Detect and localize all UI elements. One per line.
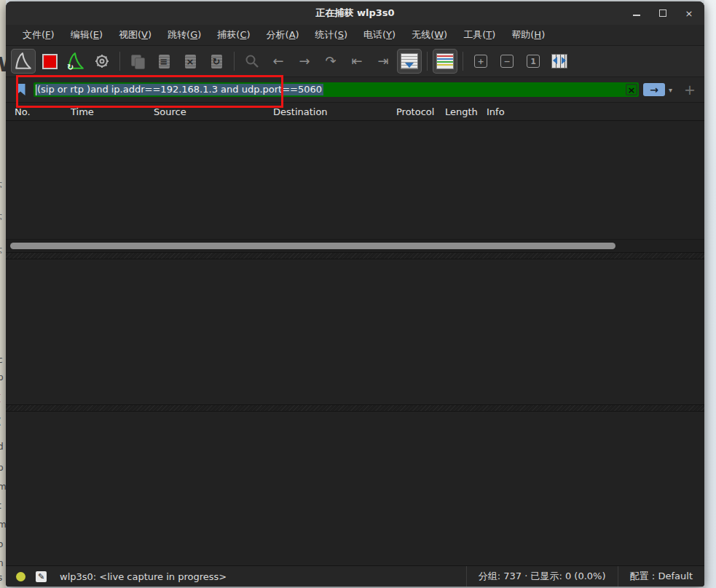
menu-e[interactable]: 编辑(E) bbox=[63, 26, 111, 44]
capture-options-gear-icon[interactable] bbox=[90, 49, 114, 74]
capture-status-text: wlp3s0: <live capture in progress> bbox=[60, 571, 466, 582]
goto-packet-icon[interactable]: ↷ bbox=[318, 49, 343, 74]
capture-comment-icon[interactable]: ✎ bbox=[36, 571, 47, 582]
close-button[interactable]: × bbox=[684, 8, 694, 18]
background-glyph: d bbox=[0, 442, 4, 452]
menu-y[interactable]: 电话(Y) bbox=[355, 26, 404, 44]
toolbar-separator bbox=[427, 52, 428, 71]
packet-details-pane[interactable] bbox=[6, 259, 704, 404]
background-glyph: o bbox=[0, 539, 3, 549]
column-header-length[interactable]: Length bbox=[442, 106, 484, 117]
column-header-no[interactable]: No. bbox=[6, 106, 68, 117]
menu-w[interactable]: 无线(W) bbox=[404, 26, 455, 44]
menu-t[interactable]: 工具(T) bbox=[455, 26, 503, 44]
add-filter-button[interactable]: + bbox=[684, 83, 696, 97]
background-glyph: ς bbox=[0, 245, 2, 254]
find-packet-icon[interactable] bbox=[240, 49, 264, 74]
next-packet-icon[interactable]: → bbox=[292, 49, 317, 74]
menu-g[interactable]: 跳转(G) bbox=[160, 26, 209, 44]
background-glyph: m bbox=[0, 520, 6, 530]
display-filter-input[interactable]: (sip or rtp )and ip.addr==192.168.1.3 an… bbox=[34, 82, 639, 97]
window-controls: × bbox=[632, 1, 694, 25]
background-glyph: ς bbox=[0, 179, 2, 189]
column-header-source[interactable]: Source bbox=[151, 106, 270, 117]
column-header-protocol[interactable]: Protocol bbox=[393, 106, 442, 117]
start-capture-icon[interactable] bbox=[11, 49, 36, 74]
desktop-background-left-strip: Wςςςcp[(dpmtmons bbox=[0, 0, 6, 588]
background-glyph: W bbox=[0, 54, 6, 76]
maximize-button[interactable] bbox=[658, 8, 668, 18]
background-glyph: p bbox=[0, 463, 4, 473]
apply-filter-button[interactable]: → bbox=[643, 83, 665, 96]
packet-bytes-pane[interactable] bbox=[6, 412, 704, 565]
background-glyph: n bbox=[0, 558, 4, 568]
reload-file-icon[interactable]: ↻ bbox=[204, 49, 229, 74]
background-glyph: t bbox=[0, 501, 1, 511]
title-bar[interactable]: 正在捕获 wlp3s0 × bbox=[6, 1, 704, 25]
background-glyph: p bbox=[0, 372, 4, 383]
column-header-time[interactable]: Time bbox=[68, 106, 151, 117]
clear-filter-icon[interactable]: × bbox=[626, 84, 637, 95]
stop-capture-icon[interactable] bbox=[37, 49, 62, 74]
profile-text[interactable]: 配置：Default bbox=[618, 570, 698, 583]
main-toolbar: ↻≡×↻←→↷⇤⇥+−1 bbox=[6, 45, 704, 77]
last-packet-icon[interactable]: ⇥ bbox=[371, 49, 396, 74]
column-header-info[interactable]: Info bbox=[484, 106, 704, 117]
filter-selected-text: (sip or rtp )and ip.addr==192.168.1.3 an… bbox=[36, 84, 323, 95]
auto-scroll-icon[interactable] bbox=[397, 49, 422, 74]
background-glyph: m bbox=[0, 482, 6, 492]
packet-counts-text: 分组: 737 · 已显示: 0 (0.0%) bbox=[466, 566, 618, 587]
restart-capture-icon[interactable]: ↻ bbox=[63, 49, 88, 74]
pane-splitter-bottom[interactable] bbox=[6, 404, 704, 412]
colorize-icon[interactable] bbox=[433, 49, 457, 74]
toolbar-separator bbox=[119, 52, 120, 71]
toolbar-separator bbox=[463, 52, 463, 71]
minimize-button[interactable] bbox=[632, 8, 642, 18]
scrollbar-thumb[interactable] bbox=[10, 243, 615, 249]
window-title: 正在捕获 wlp3s0 bbox=[315, 7, 394, 20]
background-glyph: [ bbox=[0, 393, 1, 404]
previous-packet-icon[interactable]: ← bbox=[266, 49, 291, 74]
packet-list-header: No.TimeSourceDestinationProtocolLengthIn… bbox=[6, 103, 704, 121]
resize-columns-icon[interactable] bbox=[547, 49, 572, 74]
expert-info-icon[interactable] bbox=[16, 572, 25, 581]
menu-h[interactable]: 帮助(H) bbox=[503, 26, 553, 44]
pane-splitter-top[interactable] bbox=[6, 252, 704, 259]
toolbar-separator bbox=[234, 52, 235, 71]
filter-toolbar: (sip or rtp )and ip.addr==192.168.1.3 an… bbox=[6, 77, 704, 103]
menu-s[interactable]: 统计(S) bbox=[307, 26, 355, 44]
close-file-icon[interactable]: × bbox=[178, 49, 202, 74]
background-glyph: s bbox=[0, 573, 2, 583]
background-glyph: c bbox=[0, 355, 3, 365]
menu-bar: 文件(F)编辑(E)视图(V)跳转(G)捕获(C)分析(A)统计(S)电话(Y)… bbox=[6, 25, 704, 45]
menu-c[interactable]: 捕获(C) bbox=[209, 26, 258, 44]
desktop-background-right-strip bbox=[704, 0, 716, 588]
wireshark-window: 正在捕获 wlp3s0 × 文件(F)编辑(E)视图(V)跳转(G)捕获(C)分… bbox=[6, 1, 704, 587]
zoom-100-icon[interactable]: 1 bbox=[521, 49, 546, 74]
menu-f[interactable]: 文件(F) bbox=[15, 26, 63, 44]
packet-list-pane[interactable] bbox=[6, 121, 704, 239]
status-bar: ✎ wlp3s0: <live capture in progress> 分组:… bbox=[6, 565, 704, 587]
column-header-destination[interactable]: Destination bbox=[270, 106, 393, 117]
bookmark-icon bbox=[16, 84, 25, 95]
filter-dropdown-icon[interactable]: ▾ bbox=[669, 86, 672, 94]
open-file-icon[interactable] bbox=[125, 49, 150, 74]
menu-v[interactable]: 视图(V) bbox=[111, 26, 160, 44]
zoom-out-icon[interactable]: − bbox=[495, 49, 519, 74]
zoom-in-icon[interactable]: + bbox=[468, 49, 493, 74]
first-packet-icon[interactable]: ⇤ bbox=[345, 49, 369, 74]
save-file-icon[interactable]: ≡ bbox=[152, 49, 176, 74]
filter-bookmark-button[interactable] bbox=[12, 82, 29, 98]
background-glyph: ( bbox=[0, 417, 1, 427]
menu-a[interactable]: 分析(A) bbox=[259, 26, 307, 44]
background-glyph: ς bbox=[0, 211, 2, 221]
horizontal-scrollbar[interactable] bbox=[6, 239, 704, 252]
